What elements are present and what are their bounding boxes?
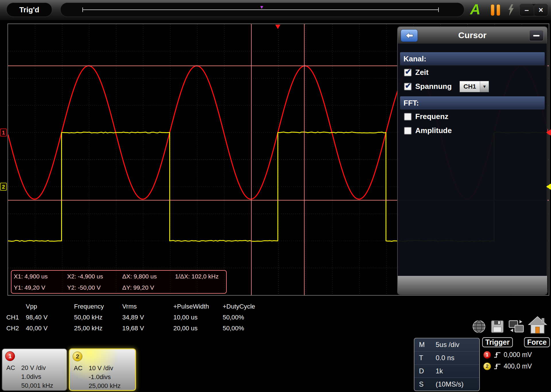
ch2-trigger-level-value: 400,0 mV (504, 362, 532, 370)
lightning-icon (507, 4, 515, 16)
trigger-position-marker-icon[interactable] (260, 6, 263, 9)
ch1-frequency-readout: 50,001 kHz (6, 381, 53, 390)
ch1-trigger-level-arrow-icon[interactable] (546, 129, 551, 136)
horizontal-position-slider[interactable] (60, 3, 464, 17)
pause-button[interactable] (491, 4, 500, 16)
ch1-panel[interactable]: 1 AC 20 V /div 1.0divs 50,001 kHz (2, 348, 67, 391)
measure-header-pulsewidth: +PulseWidth (173, 301, 223, 312)
pause-icon (496, 4, 500, 16)
checkbox-row-spannung[interactable]: ✔ Spannung CH1 ▼ (398, 79, 547, 93)
cursor-dy-value: ΔY: 99,20 V (122, 284, 175, 291)
ch2-vpp-value: 40,00 V (26, 323, 74, 334)
ch1-dutycycle-value: 50,00% (223, 312, 266, 323)
cursor-readout-box: X1: 4,900 us X2: -4,900 us ΔX: 9,800 us … (11, 270, 227, 294)
ch2-vrms-value: 19,68 V (122, 323, 173, 334)
ch2-pulsewidth-value: 20,00 us (173, 323, 223, 334)
chevron-down-icon[interactable]: ▼ (480, 81, 489, 92)
app-logo: A (470, 1, 480, 18)
timebase-panel[interactable]: M 5us /div T 0.0 ns D 1k S (10MS/s) (414, 338, 480, 391)
checkbox-row-amplitude[interactable]: ✔ Amplitude (398, 124, 547, 138)
trigger-menu-button[interactable]: Trigger (482, 337, 513, 347)
ch1-position-value: 1.0divs (6, 372, 53, 381)
measure-header-vpp: Vpp (26, 301, 74, 312)
slider-track[interactable] (82, 9, 439, 10)
ch1-badge: 1 (483, 351, 491, 359)
cursor-y1-value: Y1: 49,20 V (14, 284, 67, 291)
back-arrow-icon (405, 32, 414, 40)
measure-header-dutycycle: +DutyCycle (223, 301, 266, 312)
measure-row-label: CH1 (6, 312, 26, 323)
ch2-trigger-level-row[interactable]: 2 400,0 mV (482, 362, 550, 370)
trigger-panel: Trigger Force 1 0,000 mV 2 400,0 mV (482, 337, 550, 391)
ch1-scale: 20 V /div (21, 363, 46, 372)
spannung-channel-select[interactable]: CH1 ▼ (459, 81, 489, 92)
fft-section-header: FFT: (400, 96, 545, 110)
slider-left-tick (82, 7, 83, 12)
globe-icon (471, 318, 487, 334)
force-trigger-button[interactable]: Force (524, 337, 550, 347)
ch1-frequency-value: 50,00 kHz (74, 312, 122, 323)
minimize-button[interactable]: – (520, 4, 534, 16)
ch2-dutycycle-value: 50,00% (223, 323, 266, 334)
zeit-label: Zeit (415, 68, 428, 77)
frequenz-label: Frequenz (415, 112, 449, 121)
cursor-dx-value: ΔX: 9,800 us (122, 273, 175, 280)
cursor-x1-value: X1: 4,900 us (14, 273, 67, 280)
ch1-coupling: AC (6, 363, 21, 372)
ch2-panel[interactable]: 2 AC 10 V /div -1.0divs 25,000 kHz (69, 348, 136, 391)
checkbox-row-zeit[interactable]: ✔ Zeit (398, 65, 547, 79)
ch2-trigger-level-arrow-icon[interactable] (546, 184, 551, 190)
timebase-row-t[interactable]: T 0.0 ns (414, 352, 479, 365)
timebase-offset-value: 0.0 ns (436, 354, 454, 362)
ch1-pulsewidth-value: 10,00 us (173, 312, 223, 323)
measurements-table: Vpp Frequency Vrms +PulseWidth +DutyCycl… (6, 301, 266, 334)
timebase-row-m[interactable]: M 5us /div (414, 338, 479, 352)
zeit-checkbox[interactable]: ✔ (404, 69, 412, 76)
spannung-checkbox[interactable]: ✔ (404, 83, 412, 90)
spannung-label: Spannung (415, 82, 452, 91)
panel-minimize-button[interactable] (529, 30, 544, 41)
slider-right-tick (438, 7, 439, 12)
ch2-position-marker[interactable]: 2 (0, 183, 7, 191)
save-icon (490, 318, 505, 334)
ch1-position-marker[interactable]: 1 (0, 128, 7, 136)
home-icon (528, 316, 547, 334)
checkmark-icon: ✔ (405, 81, 411, 90)
cursor-panel: Cursor Kanal: ✔ Zeit ✔ Spannung CH1 ▼ FF… (397, 26, 548, 295)
ch2-position-value: -1.0divs (74, 373, 121, 381)
frequenz-checkbox[interactable]: ✔ (404, 113, 412, 120)
measure-row-label: CH2 (6, 323, 26, 334)
close-button[interactable]: × (534, 4, 548, 16)
measure-header-vrms: Vrms (122, 301, 173, 312)
amplitude-checkbox[interactable]: ✔ (404, 127, 412, 134)
ch2-frequency-readout: 25,000 kHz (74, 381, 121, 390)
cursor-panel-title: Cursor (398, 30, 547, 40)
ch1-vrms-value: 34,89 V (122, 312, 173, 323)
titlebar: Trig'd A – × (0, 0, 551, 21)
network-button[interactable] (471, 318, 487, 334)
export-button[interactable] (508, 318, 525, 334)
home-button[interactable] (528, 316, 547, 334)
window-controls: – × (519, 4, 548, 16)
quick-toolbar (471, 316, 547, 334)
save-button[interactable] (490, 318, 505, 334)
cursor-panel-header: Cursor (398, 27, 547, 44)
cursor-y2-value: Y2: -50,00 V (67, 284, 122, 291)
ch1-trigger-level-row[interactable]: 1 0,000 mV (482, 351, 550, 359)
ch2-coupling: AC (74, 364, 89, 373)
timebase-row-d[interactable]: D 1k (414, 365, 479, 378)
ch1-trigger-level-value: 0,000 mV (504, 351, 532, 359)
cursor-panel-footer (398, 276, 547, 294)
rising-edge-icon (494, 363, 501, 370)
timebase-row-s[interactable]: S (10MS/s) (414, 378, 479, 391)
ch2-badge: 2 (483, 362, 491, 370)
memory-depth-value: 1k (436, 367, 443, 375)
ch1-badge[interactable]: 1 (5, 351, 15, 361)
rising-edge-icon (494, 351, 501, 359)
back-button[interactable] (401, 29, 418, 42)
ch1-vpp-value: 98,40 V (26, 312, 74, 323)
ch2-badge[interactable]: 2 (73, 352, 82, 361)
checkbox-row-frequenz[interactable]: ✔ Frequenz (398, 110, 547, 124)
selected-channel-value: CH1 (460, 81, 480, 92)
cursor-x2-value: X2: -4,900 us (67, 273, 122, 280)
